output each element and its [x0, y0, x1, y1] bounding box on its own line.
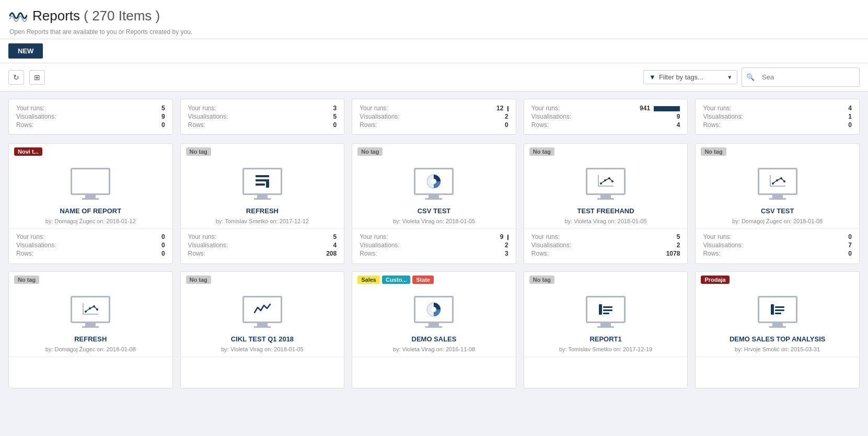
filter-icon: ▼ [649, 73, 656, 81]
report-author: by: Violeta Virag on: 2018-01-05 [352, 218, 516, 228]
report-card-1[interactable]: Novi t... NAME OF REPORT by: Domagoj Žug… [8, 143, 173, 264]
report-name: CIKL TEST Q1 2018 [181, 333, 344, 346]
svg-rect-3 [266, 181, 269, 188]
grid-view-button[interactable]: ⊞ [29, 70, 45, 85]
svg-rect-33 [775, 313, 781, 314]
svg-rect-30 [771, 304, 774, 315]
report-name: NAME OF REPORT [9, 205, 172, 218]
tag-badge: No tag [357, 147, 383, 156]
svg-rect-27 [603, 306, 612, 308]
report-name: DEMO SALES [352, 333, 516, 346]
toolbar-row: NEW [0, 39, 868, 63]
tag-badge-sales: Sales [357, 276, 380, 284]
report-card-9[interactable]: No tag REPORT1 by: Tomislav Smetko on: 2… [524, 271, 688, 388]
tag-badge: No tag [701, 147, 726, 156]
svg-rect-19 [83, 303, 84, 314]
svg-rect-0 [256, 175, 269, 177]
report-author: by: Tomislav Smetko on: 2017-12-19 [524, 346, 688, 357]
report-author: by: Violeta Virag on: 2018-01-05 [181, 346, 344, 357]
report-author: by: Tomislav Smetko on: 2017-12-12 [181, 218, 344, 228]
tag-badge-state: State [412, 276, 434, 284]
report-name: CSV TEST [352, 205, 516, 218]
svg-rect-2 [256, 183, 265, 186]
chevron-icon: ▾ [728, 73, 732, 81]
filter-tags-select[interactable]: ▼ Filter by tags... ▾ [643, 70, 737, 84]
new-button[interactable]: NEW [8, 43, 43, 59]
report-author: by: Domagoj Žugec on: 2018-01-12 [9, 218, 172, 228]
page-title: Reports ( 270 Items ) [32, 8, 160, 24]
filter-tags-label: Filter by tags... [659, 73, 703, 81]
top-stats-row: Your runs:5 Visualisations:9 Rows:0 Your… [0, 99, 868, 135]
refresh-icon: ↻ [13, 73, 19, 82]
report-name: REFRESH [181, 205, 344, 218]
report-name: TEST FREEHAND [524, 205, 688, 218]
report-card-4[interactable]: No tag TEST FREEHAND by: Violeta Virag o… [524, 143, 688, 264]
grid-icon: ⊞ [34, 73, 40, 82]
tag-badge: No tag [14, 276, 39, 284]
svg-rect-1 [256, 179, 269, 181]
top-stat-card-4: Your runs:941 Visualisations:9 Rows:4 [524, 99, 688, 135]
report-name: CSV TEST [696, 205, 859, 218]
top-stat-card-1: Your runs:5 Visualisations:9 Rows:0 [8, 99, 173, 135]
report-author: by: Violeta Virag on: 2016-11-08 [352, 346, 516, 357]
filter-row: ↻ ⊞ ▼ Filter by tags... ▾ 🔍 [0, 63, 868, 91]
page-subtitle: Open Reports that are available to you o… [9, 28, 860, 36]
search-icon: 🔍 [746, 73, 755, 81]
svg-rect-13 [770, 175, 771, 186]
report-card-6[interactable]: No tag REFRESH by: Domagoj Žugec on: 201… [8, 271, 173, 388]
tag-badge: No tag [186, 147, 211, 156]
svg-rect-28 [603, 309, 612, 311]
tag-badge: Novi t... [14, 147, 42, 156]
report-author: by: Violeta Virag on: 2018-01-05 [524, 218, 688, 228]
top-header: Reports ( 270 Items ) Open Reports that … [0, 0, 868, 39]
tag-badge: Prodaja [701, 276, 729, 284]
report-card-8[interactable]: Sales Custo... State DEMO SALES by: Viol… [352, 271, 516, 388]
report-card-5[interactable]: No tag CSV TEST by: Domagoj Žugec on: 20… [695, 143, 860, 264]
svg-rect-26 [599, 304, 602, 315]
svg-point-25 [431, 307, 436, 312]
report-name: REPORT1 [524, 333, 688, 346]
report-card-7[interactable]: No tag CIKL TEST Q1 2018 by: Violeta Vir… [180, 271, 345, 388]
wave-icon [8, 5, 27, 27]
report-card-2[interactable]: No tag REFRESH by: Tomislav Smetko on: 2… [180, 143, 345, 264]
report-name: DEMO SALES TOP ANALYSIS [696, 333, 859, 346]
refresh-button[interactable]: ↻ [8, 70, 24, 85]
top-stat-card-2: Your runs:3 Visualisations:5 Rows:0 [180, 99, 345, 135]
tag-badge: No tag [529, 276, 554, 284]
report-author: by: Domagoj Žugec on: 2018-01-08 [696, 218, 859, 228]
svg-rect-18 [83, 314, 98, 315]
tag-badge-custo: Custo... [382, 276, 410, 284]
svg-rect-6 [598, 186, 614, 187]
top-stat-card-3: Your runs:12 Visualisations:2 Rows:0 [352, 99, 516, 135]
svg-rect-12 [770, 186, 785, 187]
search-input[interactable] [757, 71, 855, 84]
svg-point-5 [431, 179, 436, 184]
report-author: by: Domagoj Žugec on: 2018-01-08 [9, 346, 172, 357]
tag-badge: No tag [529, 147, 554, 156]
svg-rect-31 [775, 306, 784, 308]
report-card-3[interactable]: No tag CSV TEST by: Violeta Virag on: 20… [352, 143, 516, 264]
report-author: by: Hrvoje Smolić on: 2015-03-31 [696, 346, 859, 357]
tag-badge: No tag [186, 276, 211, 284]
top-stat-card-5: Your runs:4 Visualisations:1 Rows:0 [695, 99, 860, 135]
reports-grid: Novi t... NAME OF REPORT by: Domagoj Žug… [0, 135, 868, 397]
svg-rect-29 [603, 313, 609, 314]
svg-rect-7 [598, 175, 599, 186]
report-card-10[interactable]: Prodaja DEMO SALES TOP ANALYSIS by: Hrvo… [695, 271, 860, 388]
report-name: REFRESH [9, 333, 172, 346]
svg-rect-32 [775, 309, 784, 311]
